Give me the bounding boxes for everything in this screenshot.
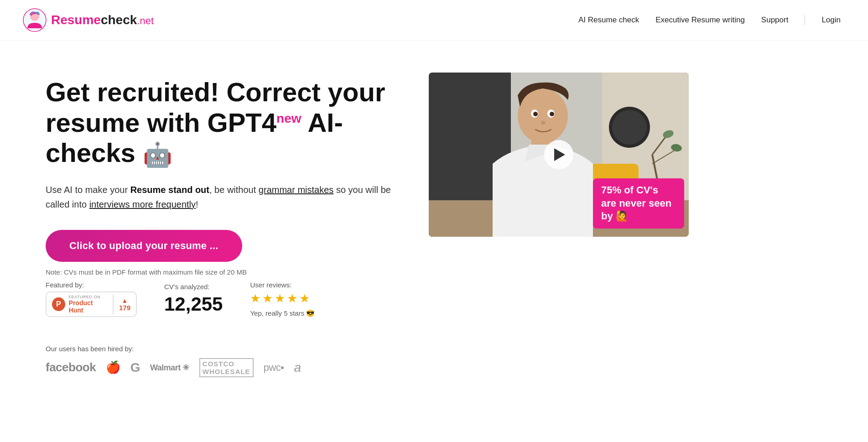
left-panel: Get recruited! Correct your resume with … xyxy=(46,68,401,377)
cvs-count: 12,255 xyxy=(164,293,223,315)
ph-product-hunt-label: Product Hunt xyxy=(69,299,107,314)
new-badge: new xyxy=(276,111,301,125)
nav-login[interactable]: Login xyxy=(821,16,841,25)
pwc-logo: pwc▪ xyxy=(264,362,284,374)
amazon-logo: a xyxy=(294,360,301,375)
overlay-text: 75% of CV's are never seen by 🙋 xyxy=(601,184,671,222)
hero-underline-grammar: grammar mistakes xyxy=(259,185,333,195)
play-button[interactable] xyxy=(544,140,573,169)
google-logo: G xyxy=(130,360,140,375)
star-2: ★ xyxy=(262,291,273,306)
nav-divider xyxy=(805,15,805,25)
star-rating: ★ ★ ★ ★ ★ xyxy=(250,291,315,306)
nav-ai-check[interactable]: AI Resume check xyxy=(578,16,639,25)
main-nav: AI Resume check Executive Resume writing… xyxy=(578,15,841,25)
robot-emoji: 🤖 xyxy=(143,141,172,168)
ph-vote-count: 179 xyxy=(119,304,130,312)
hero-subtitle: Use AI to make your Resume stand out, be… xyxy=(46,182,401,212)
ph-left-section: P FEATURED ON Product Hunt xyxy=(47,291,113,317)
hero-underline-interviews: interviews more frequently xyxy=(89,199,196,209)
star-4: ★ xyxy=(287,291,297,306)
site-header: Resumecheck.net AI Resume check Executiv… xyxy=(0,0,868,41)
hero-bold: Resume stand out xyxy=(130,185,209,195)
stars-subtext: Yep, really 5 stars 😎 xyxy=(250,309,315,317)
facebook-logo: facebook xyxy=(46,360,96,374)
upload-note: Note: CVs must be in PDF format with max… xyxy=(46,268,247,276)
featured-stat: Featured by: P FEATURED ON Product Hunt … xyxy=(46,281,137,317)
right-panel: 75% of CV's are never seen by 🙋 xyxy=(429,73,689,237)
hero-title: Get recruited! Correct your resume with … xyxy=(46,77,401,169)
reviews-label: User reviews: xyxy=(250,281,315,289)
cvs-label: CV's analyzed: xyxy=(164,283,223,291)
ph-right-section: ▲ 179 xyxy=(113,295,136,314)
hero-title-part1: Get recruited! Correct your resume with … xyxy=(46,77,385,137)
svg-point-20 xyxy=(533,112,538,116)
star-1: ★ xyxy=(250,291,260,306)
product-hunt-badge[interactable]: P FEATURED ON Product Hunt ▲ 179 xyxy=(46,291,137,317)
hired-by-label: Our users has been hired by: xyxy=(46,345,301,353)
nav-support[interactable]: Support xyxy=(761,16,789,25)
svg-point-10 xyxy=(612,110,647,145)
star-3: ★ xyxy=(275,291,285,306)
nav-executive[interactable]: Executive Resume writing xyxy=(655,16,745,25)
play-icon xyxy=(554,148,565,161)
apple-logo: 🍎 xyxy=(106,360,120,374)
walmart-logo: Walmart ✳ xyxy=(150,363,189,373)
main-content: Get recruited! Correct your resume with … xyxy=(0,41,868,395)
hired-by-stat: Our users has been hired by: facebook 🍎 … xyxy=(46,345,301,377)
stats-row: Featured by: P FEATURED ON Product Hunt … xyxy=(46,281,401,377)
ph-text: FEATURED ON Product Hunt xyxy=(69,295,107,314)
ph-arrow-icon: ▲ xyxy=(122,297,128,304)
logo-icon xyxy=(23,8,47,32)
svg-point-21 xyxy=(550,112,554,116)
ph-featured-on-label: FEATURED ON xyxy=(69,295,107,299)
video-overlay-badge: 75% of CV's are never seen by 🙋 xyxy=(593,178,684,229)
video-container[interactable]: 75% of CV's are never seen by 🙋 xyxy=(429,73,689,237)
reviews-stat: User reviews: ★ ★ ★ ★ ★ Yep, really 5 st… xyxy=(250,281,315,317)
logo[interactable]: Resumecheck.net xyxy=(23,8,154,32)
logo-text: Resumecheck.net xyxy=(51,14,154,26)
company-logos: facebook 🍎 G Walmart ✳ COSTCOWHOLESALE p… xyxy=(46,358,301,377)
cvs-stat: CV's analyzed: 12,255 xyxy=(164,283,223,315)
costco-logo: COSTCOWHOLESALE xyxy=(199,358,254,377)
star-5: ★ xyxy=(299,291,310,306)
featured-label: Featured by: xyxy=(46,281,137,289)
upload-resume-button[interactable]: Click to upload your resume ... xyxy=(46,230,242,262)
svg-point-22 xyxy=(541,121,546,125)
ph-circle-icon: P xyxy=(52,297,65,311)
